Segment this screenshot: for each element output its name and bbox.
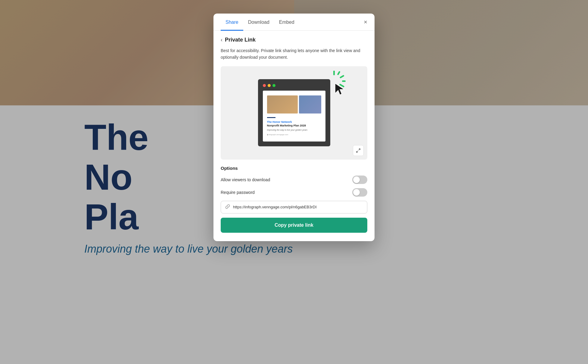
svg-rect-1: [337, 71, 340, 75]
titlebar-dots: [263, 84, 325, 87]
chain-icon: [225, 204, 230, 209]
svg-rect-2: [340, 75, 344, 78]
tab-share[interactable]: Share: [221, 14, 243, 31]
doc-photo-left: [267, 95, 298, 114]
tab-download[interactable]: Download: [243, 14, 274, 31]
url-value: https://infograph.venngage.com/pl/n6gabE…: [233, 205, 317, 209]
modal-overlay: Share Download Embed × ‹ Private Link Be…: [0, 0, 588, 364]
doc-photos: [267, 95, 321, 114]
cursor-area: [324, 71, 351, 99]
copy-link-button[interactable]: Copy private link: [221, 218, 367, 233]
document-preview: The Honor Network Nonprofit Marketing Pl…: [221, 66, 367, 160]
expand-icon: [356, 148, 361, 153]
dot-green: [272, 84, 275, 87]
dot-yellow: [268, 84, 271, 87]
section-title: Private Link: [225, 37, 256, 43]
share-modal: Share Download Embed × ‹ Private Link Be…: [213, 14, 375, 241]
document-mockup: The Honor Network Nonprofit Marketing Pl…: [258, 79, 330, 146]
doc-footer: ▮ infograph.venngage.com: [267, 133, 321, 135]
url-input-row[interactable]: https://infograph.venngage.com/pl/n6gabE…: [221, 201, 367, 213]
option-row-password: Require password: [221, 188, 367, 197]
cursor-sparkle-svg: [324, 71, 351, 98]
doc-subtitle: Improving the way to live your golden ye…: [267, 129, 321, 131]
option-row-download: Allow viewers to download: [221, 176, 367, 184]
modal-header: Share Download Embed ×: [213, 14, 375, 31]
svg-marker-6: [335, 83, 344, 95]
options-title: Options: [221, 166, 367, 171]
toggle-allow-download[interactable]: [352, 176, 367, 184]
option-label-download: Allow viewers to download: [221, 177, 270, 182]
back-row: ‹ Private Link: [221, 37, 367, 43]
doc-photo-right: [299, 95, 321, 114]
dot-red: [263, 84, 266, 87]
doc-blue-line: [267, 117, 275, 118]
link-icon: [225, 204, 230, 210]
document-page: The Honor Network Nonprofit Marketing Pl…: [263, 91, 325, 142]
back-button[interactable]: ‹: [221, 37, 222, 43]
modal-body: ‹ Private Link Best for accessibility. P…: [213, 31, 375, 241]
doc-title: Nonprofit Marketing Plan 2028: [267, 124, 321, 128]
description-text: Best for accessibility. Private link sha…: [221, 47, 367, 61]
toggle-require-password[interactable]: [352, 188, 367, 197]
tab-embed[interactable]: Embed: [274, 14, 299, 31]
svg-rect-0: [333, 71, 335, 75]
expand-button[interactable]: [353, 145, 364, 156]
doc-brand: The Honor Network: [267, 120, 321, 123]
svg-rect-3: [342, 80, 346, 82]
close-button[interactable]: ×: [361, 18, 370, 26]
option-label-password: Require password: [221, 190, 255, 195]
